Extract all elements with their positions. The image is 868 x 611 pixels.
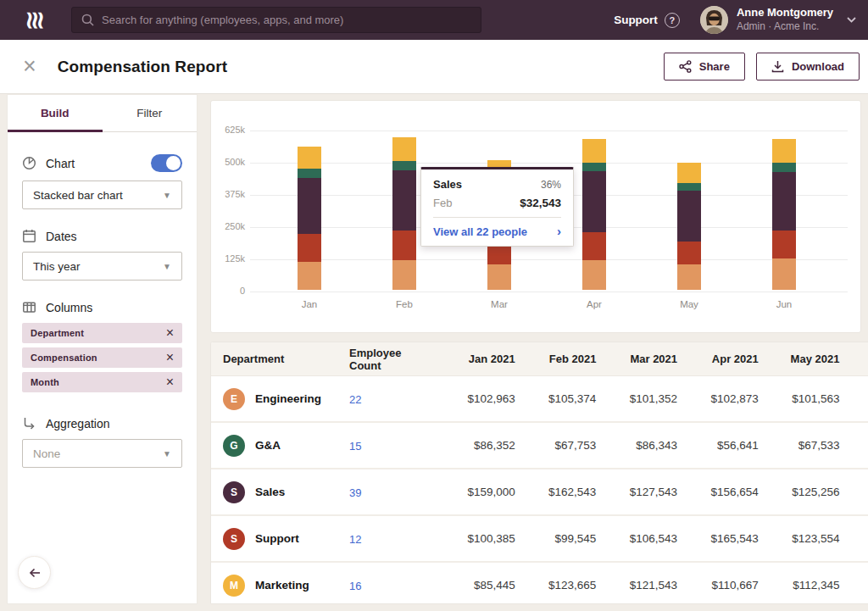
- segment-sales[interactable]: [772, 172, 796, 231]
- segment-sales[interactable]: [677, 191, 701, 242]
- close-icon[interactable]: ×: [23, 55, 36, 78]
- column-header-department: Department: [211, 353, 349, 365]
- support-button[interactable]: Support ?: [614, 13, 680, 28]
- gridline: [250, 292, 848, 292]
- segment-support[interactable]: [677, 242, 701, 264]
- segment-engineering[interactable]: [487, 264, 511, 290]
- view-all-people-link[interactable]: View all 22 people: [433, 225, 527, 238]
- department-name: Marketing: [255, 579, 309, 592]
- tab-filter[interactable]: Filter: [103, 95, 198, 131]
- chart-toggle[interactable]: [151, 154, 182, 172]
- compensation-table-card: DepartmentEmployee CountJan 2021Feb 2021…: [210, 342, 868, 604]
- bar-jan[interactable]: [298, 147, 321, 290]
- tooltip-amount: $32,543: [520, 197, 561, 209]
- compensation-value: $100,385: [434, 532, 515, 545]
- dates-select[interactable]: This year ▼: [22, 252, 182, 281]
- bar-jun[interactable]: [772, 139, 796, 290]
- x-axis-label: May: [642, 299, 737, 309]
- back-button[interactable]: [18, 556, 51, 589]
- caret-down-icon: ▼: [163, 191, 171, 200]
- chip-month[interactable]: Month×: [22, 372, 182, 392]
- download-icon: [771, 60, 784, 73]
- dates-section-row: Dates: [22, 229, 182, 243]
- chart-card: 0125k250k375k500k625kJanFebMarAprMayJun …: [210, 100, 861, 333]
- bar-feb[interactable]: [392, 137, 416, 290]
- employee-count-link[interactable]: 22: [349, 393, 361, 406]
- compensation-value: $106,543: [596, 532, 677, 545]
- aggregation-section-row: Aggregation: [22, 416, 182, 430]
- remove-chip-icon[interactable]: ×: [166, 351, 174, 364]
- column-header-mar-2021: Mar 2021: [596, 353, 677, 365]
- segment-g-a[interactable]: [582, 163, 606, 171]
- user-avatar: [700, 6, 728, 34]
- compensation-value: $56,641: [677, 439, 759, 452]
- segment-g-a[interactable]: [677, 183, 701, 191]
- segment-engineering[interactable]: [298, 262, 321, 290]
- compensation-value: $101,352: [596, 392, 677, 405]
- caret-down-icon: ▼: [163, 449, 171, 458]
- segment-support[interactable]: [298, 234, 321, 262]
- segment-engineering[interactable]: [677, 264, 701, 290]
- table-row-sales: SSales39$159,000$162,543$127,543$156,654…: [211, 469, 868, 516]
- employee-count-link[interactable]: 39: [349, 486, 361, 499]
- gridline: [250, 163, 848, 164]
- chart-type-select[interactable]: Stacked bar chart ▼: [22, 181, 182, 209]
- segment-marketing[interactable]: [582, 139, 606, 163]
- chip-department[interactable]: Department×: [22, 323, 182, 343]
- table-row-marketing: MMarketing16$85,445$123,665$121,543$110,…: [211, 563, 868, 604]
- segment-support[interactable]: [772, 231, 796, 259]
- share-icon: [679, 60, 692, 73]
- user-menu[interactable]: Anne Montgomery Admin · Acme Inc.: [700, 6, 856, 34]
- column-header-feb-2021: Feb 2021: [515, 353, 597, 365]
- chip-compensation[interactable]: Compensation×: [22, 347, 182, 368]
- segment-g-a[interactable]: [392, 161, 416, 170]
- employee-count-cell: 16: [349, 578, 434, 593]
- compensation-value: $123,665: [515, 579, 597, 592]
- help-icon[interactable]: ?: [665, 13, 680, 28]
- tab-build[interactable]: Build: [8, 95, 103, 131]
- compensation-value: $165,543: [677, 532, 759, 545]
- department-avatar: G: [223, 435, 245, 457]
- download-button[interactable]: Download: [756, 53, 860, 81]
- compensation-value: $156,654: [677, 486, 759, 498]
- segment-engineering[interactable]: [772, 258, 796, 290]
- chart-tooltip: Sales 36% Feb $32,543 View all 22 people…: [420, 167, 574, 247]
- compensation-value: $99,545: [515, 532, 597, 545]
- employee-count-link[interactable]: 15: [349, 440, 361, 453]
- search-input[interactable]: [102, 14, 471, 26]
- remove-chip-icon[interactable]: ×: [166, 375, 174, 389]
- dates-value: This year: [33, 260, 81, 273]
- chevron-right-icon[interactable]: ›: [557, 225, 561, 237]
- segment-engineering[interactable]: [582, 260, 606, 290]
- segment-support[interactable]: [582, 232, 606, 260]
- sidebar-content: Chart Stacked bar chart ▼ Dates This yea…: [8, 154, 197, 468]
- segment-support[interactable]: [392, 231, 416, 260]
- segment-g-a[interactable]: [772, 163, 796, 172]
- bar-may[interactable]: [677, 163, 701, 290]
- chip-label: Month: [31, 377, 59, 387]
- chevron-down-icon[interactable]: [847, 17, 856, 23]
- page-title: Compensation Report: [58, 58, 227, 76]
- segment-marketing[interactable]: [677, 163, 701, 183]
- employee-count-link[interactable]: 12: [349, 533, 361, 546]
- segment-sales[interactable]: [392, 170, 416, 231]
- segment-marketing[interactable]: [392, 137, 416, 161]
- segment-sales[interactable]: [582, 171, 606, 232]
- aggregation-section-label: Aggregation: [46, 417, 110, 430]
- segment-sales[interactable]: [298, 178, 321, 235]
- search-bar[interactable]: [71, 7, 481, 33]
- share-button[interactable]: Share: [664, 53, 745, 81]
- tooltip-period: Feb: [433, 197, 452, 209]
- segment-marketing[interactable]: [298, 147, 321, 169]
- employee-count-link[interactable]: 16: [349, 580, 361, 592]
- segment-engineering[interactable]: [392, 260, 416, 290]
- compensation-value: $112,345: [759, 579, 840, 592]
- segment-marketing[interactable]: [772, 139, 796, 163]
- table-row-engineering: EEngineering22$102,963$105,374$101,352$1…: [211, 376, 868, 423]
- department-cell: GG&A: [211, 435, 349, 457]
- aggregation-select[interactable]: None ▼: [22, 439, 182, 468]
- bar-apr[interactable]: [582, 139, 606, 290]
- segment-g-a[interactable]: [298, 169, 321, 178]
- title-actions: Share Download: [664, 53, 860, 81]
- remove-chip-icon[interactable]: ×: [166, 326, 174, 340]
